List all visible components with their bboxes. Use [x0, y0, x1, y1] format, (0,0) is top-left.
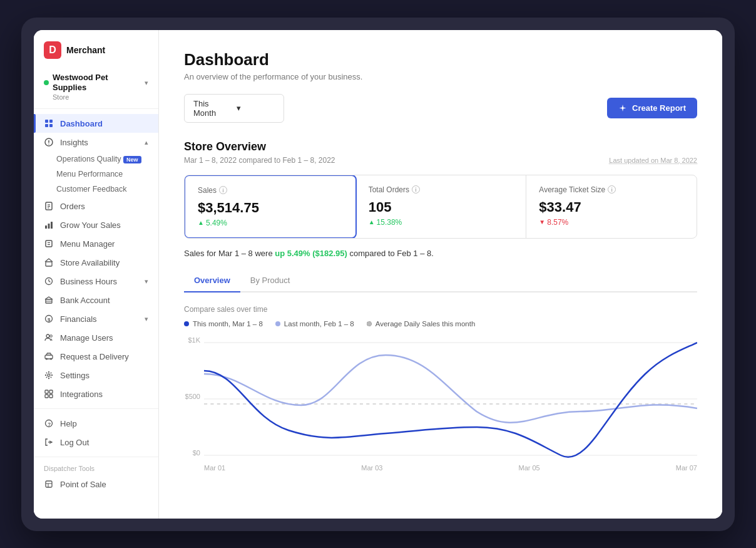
- sidebar-item-integrations[interactable]: Integrations: [34, 385, 158, 403]
- sidebar-item-request-delivery[interactable]: Request a Delivery: [34, 347, 158, 366]
- create-report-button[interactable]: Create Report: [607, 98, 697, 118]
- svg-rect-2: [45, 124, 48, 127]
- x-label-mar07: Mar 07: [676, 464, 697, 472]
- tab-overview[interactable]: Overview: [184, 271, 240, 292]
- metric-value-orders: 105: [369, 199, 514, 215]
- metric-card-orders[interactable]: Total Orders i 105 ▲ 15.38%: [356, 175, 527, 238]
- orders-icon: [44, 201, 54, 211]
- svg-rect-33: [45, 395, 48, 398]
- metric-label-ticket: Average Ticket Size i: [539, 185, 684, 194]
- sidebar-label-request-delivery: Request a Delivery: [60, 352, 129, 361]
- x-axis-labels: Mar 01 Mar 03 Mar 05 Mar 07: [204, 462, 697, 472]
- car-icon: [44, 351, 54, 361]
- sidebar-item-logout[interactable]: Log Out: [34, 433, 158, 452]
- date-filter-dropdown[interactable]: This Month ▾: [184, 94, 284, 123]
- legend-dot-current: [184, 321, 189, 326]
- sidebar-item-bank-account[interactable]: Bank Account: [34, 291, 158, 309]
- store-name-row: Westwood Pet Supplies ▾: [44, 73, 148, 94]
- info-icon-sales[interactable]: i: [219, 186, 227, 194]
- customer-feedback-label: Customer Feedback: [56, 185, 127, 194]
- chevron-down-icon: ▾: [145, 79, 148, 87]
- sidebar-item-business-hours[interactable]: Business Hours ▾: [34, 272, 158, 291]
- y-label-500: $500: [184, 393, 200, 400]
- metric-card-sales[interactable]: Sales i $3,514.75 ▲ 5.49%: [184, 175, 357, 239]
- legend-item-avg: Average Daily Sales this month: [367, 320, 476, 328]
- chart-svg: [204, 336, 697, 462]
- nav-section: Dashboard Insights ▴ Operations: [34, 109, 158, 508]
- insight-highlight-amount: ($182.95): [312, 249, 347, 258]
- sidebar-item-dashboard[interactable]: Dashboard: [34, 114, 158, 133]
- insights-icon: [44, 137, 54, 147]
- doordash-icon: D: [44, 41, 61, 59]
- sidebar-item-menu-performance[interactable]: Menu Performance: [34, 167, 158, 182]
- svg-point-25: [46, 334, 49, 338]
- svg-rect-31: [45, 390, 48, 393]
- legend-item-current: This month, Mar 1 – 8: [184, 320, 263, 328]
- logout-icon: [44, 437, 54, 447]
- sidebar-item-manage-users[interactable]: Manage Users: [34, 328, 158, 347]
- sidebar-item-orders[interactable]: Orders: [34, 197, 158, 215]
- sidebar-label-financials: Financials: [60, 314, 97, 324]
- svg-point-29: [50, 358, 52, 360]
- page-subtitle: An overview of the performance of your b…: [184, 72, 697, 81]
- metric-label-sales: Sales i: [198, 186, 343, 195]
- sidebar-label-orders: Orders: [60, 202, 85, 211]
- sidebar-label-manage-users: Manage Users: [60, 333, 113, 343]
- sidebar-item-pos[interactable]: Point of Sale: [34, 475, 158, 494]
- svg-point-6: [48, 143, 49, 145]
- menu-performance-label: Menu Performance: [56, 170, 123, 178]
- device-frame: D Merchant Westwood Pet Supplies ▾ Store: [21, 18, 735, 531]
- main-content: Dashboard An overview of the performance…: [159, 30, 722, 519]
- legend-label-avg: Average Daily Sales this month: [375, 320, 476, 328]
- metrics-row: Sales i $3,514.75 ▲ 5.49% Total Orders: [184, 175, 697, 239]
- help-icon: ?: [44, 418, 54, 428]
- metric-value-ticket: $33.47: [539, 199, 684, 215]
- sidebar-item-help[interactable]: ? Help: [34, 414, 158, 433]
- info-icon-orders[interactable]: i: [412, 185, 420, 194]
- app-container: D Merchant Westwood Pet Supplies ▾ Store: [34, 30, 722, 519]
- chart-svg-wrapper: Mar 01 Mar 03 Mar 05 Mar 07: [204, 336, 697, 472]
- metric-value-sales: $3,514.75: [198, 200, 343, 216]
- sidebar-item-menu-manager[interactable]: Menu Manager: [34, 234, 158, 253]
- arrow-down-icon-ticket: ▼: [539, 219, 545, 225]
- sidebar: D Merchant Westwood Pet Supplies ▾ Store: [34, 30, 159, 519]
- x-label-mar01: Mar 01: [204, 464, 225, 472]
- sidebar-label-pos: Point of Sale: [60, 480, 106, 489]
- svg-rect-12: [48, 224, 50, 229]
- metric-card-ticket[interactable]: Average Ticket Size i $33.47 ▼ 8.57%: [526, 175, 697, 238]
- svg-rect-32: [49, 390, 53, 393]
- store-overview-section: Store Overview Mar 1 – 8, 2022 compared …: [184, 140, 697, 472]
- integrations-icon: [44, 389, 54, 399]
- store-name: Westwood Pet Supplies: [53, 73, 141, 94]
- svg-rect-34: [49, 395, 53, 398]
- gear-icon: [44, 370, 54, 380]
- sidebar-item-insights[interactable]: Insights ▴: [34, 133, 158, 152]
- nav-divider-2: [34, 457, 158, 457]
- store-overview-title: Store Overview: [184, 140, 697, 153]
- sidebar-label-dashboard: Dashboard: [60, 119, 103, 128]
- barchart-icon: [44, 220, 54, 230]
- sidebar-item-ops-quality[interactable]: Operations Quality New: [34, 152, 158, 167]
- svg-point-26: [50, 335, 53, 338]
- svg-rect-14: [46, 240, 52, 247]
- sidebar-item-settings[interactable]: Settings: [34, 366, 158, 385]
- legend-dot-last: [275, 321, 280, 326]
- store-icon: [44, 257, 54, 267]
- sidebar-item-financials[interactable]: $ Financials ▾: [34, 309, 158, 328]
- store-info[interactable]: Westwood Pet Supplies ▾ Store: [34, 68, 158, 110]
- sidebar-label-business-hours: Business Hours: [60, 277, 117, 286]
- logo-text: Merchant: [66, 45, 105, 55]
- sidebar-item-customer-feedback[interactable]: Customer Feedback: [34, 182, 158, 197]
- y-label-1k: $1K: [184, 336, 200, 344]
- users-icon: [44, 333, 54, 343]
- tab-by-product[interactable]: By Product: [240, 271, 300, 292]
- metric-change-orders: ▲ 15.38%: [369, 218, 514, 227]
- sidebar-label-menu-manager: Menu Manager: [60, 239, 115, 249]
- info-icon-ticket[interactable]: i: [608, 185, 616, 194]
- sidebar-item-store-availability[interactable]: Store Availability: [34, 253, 158, 272]
- arrow-up-icon-sales: ▲: [198, 219, 204, 226]
- sidebar-label-grow-sales: Grow Your Sales: [60, 220, 121, 230]
- sidebar-item-grow-sales[interactable]: Grow Your Sales: [34, 215, 158, 234]
- y-axis-labels: $1K $500 $0: [184, 336, 204, 472]
- chart-tabs: Overview By Product: [184, 271, 697, 292]
